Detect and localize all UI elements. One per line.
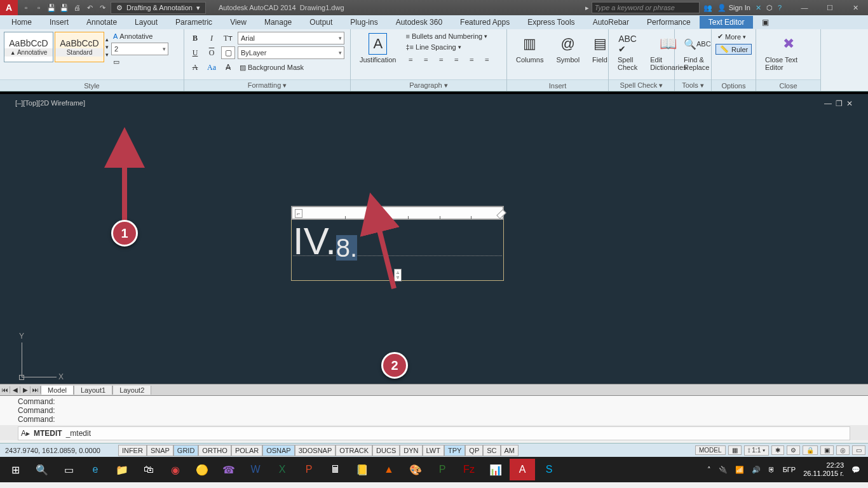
toggle-sc[interactable]: SC <box>483 445 500 456</box>
toggle-polar[interactable]: POLAR <box>231 445 262 456</box>
columns-button[interactable]: ▥Columns <box>511 32 548 65</box>
strike-button[interactable]: A <box>188 61 202 74</box>
tab-output[interactable]: Output <box>301 16 341 29</box>
tab-parametric[interactable]: Parametric <box>166 16 221 29</box>
drawing-area[interactable]: Properties Tool Palettes - All Palettes … <box>0 92 868 384</box>
vlc-icon[interactable]: ▲ <box>376 459 402 480</box>
more-dropdown[interactable]: ✔More▾ <box>715 32 752 41</box>
tab-home[interactable]: Home <box>3 16 41 29</box>
arrow-icon[interactable]: ▸ <box>583 4 592 12</box>
groove-icon[interactable]: ◉ <box>163 459 188 480</box>
underline-button[interactable]: U <box>188 46 202 59</box>
expand-icon[interactable]: ▾ <box>105 51 109 58</box>
filezilla-icon[interactable]: Fz <box>456 459 482 480</box>
system-tray[interactable]: ˄ 🔌 📶 🔊 ⛨ БГР 22:2326.11.2015 г. 💬 <box>707 461 865 478</box>
scroll-down-icon[interactable]: ▾ <box>105 44 109 50</box>
shield-icon[interactable]: ⛨ <box>768 466 775 473</box>
project-icon[interactable]: P <box>430 459 455 480</box>
viewport-label[interactable]: [–][Top][2D Wireframe] <box>13 98 855 108</box>
clear-button[interactable]: A̶ <box>221 61 235 74</box>
tab-model[interactable]: Model <box>41 386 74 395</box>
tab-layout1[interactable]: Layout1 <box>74 386 112 395</box>
tab-insert[interactable]: Insert <box>41 16 78 29</box>
tab-autodesk360[interactable]: Autodesk 360 <box>387 16 451 29</box>
toggle-am[interactable]: AM <box>501 445 519 456</box>
edge-icon[interactable]: e <box>83 459 108 480</box>
mask-button[interactable]: ▭ <box>111 57 168 67</box>
skype-icon[interactable]: S <box>536 459 562 480</box>
align-dist2-button[interactable]: ≡ <box>480 53 494 66</box>
toggle-grid[interactable]: GRID <box>173 445 199 456</box>
word-icon[interactable]: W <box>243 459 268 480</box>
clock[interactable]: 22:2326.11.2015 г. <box>803 461 844 478</box>
spellcheck-button[interactable]: ABC✔Spell Check <box>613 32 642 72</box>
tab-autorebar[interactable]: AutoRebar <box>584 16 638 29</box>
vp-restore-icon[interactable]: ❐ <box>836 99 843 108</box>
tab-view[interactable]: View <box>221 16 255 29</box>
viber-icon[interactable]: ☎ <box>216 459 241 480</box>
panel-title-spellcheck[interactable]: Spell Check ▾ <box>609 79 674 91</box>
tab-plugins[interactable]: Plug-ins <box>341 16 386 29</box>
bold-button[interactable]: B <box>188 32 202 44</box>
search-input[interactable]: Type a keyword or phrase <box>592 2 700 13</box>
tab-texteditor[interactable]: Text Editor <box>700 16 754 29</box>
model-space-toggle[interactable]: MODEL <box>695 445 726 455</box>
annotation-visibility-icon[interactable]: ✱ <box>771 445 784 455</box>
toolbar-lock-icon[interactable]: 🔒 <box>803 445 818 455</box>
toggle-snap[interactable]: SNAP <box>147 445 173 456</box>
explorer-icon[interactable]: 📁 <box>109 459 135 480</box>
hardware-accel-icon[interactable]: ▣ <box>820 445 834 455</box>
app-logo[interactable]: A <box>0 0 18 15</box>
toggle-infer[interactable]: INFER <box>118 445 147 456</box>
tab-first-icon[interactable]: ⏮ <box>0 386 10 393</box>
toggle-tpy[interactable]: TPY <box>444 445 465 456</box>
paint-icon[interactable]: 🎨 <box>403 459 428 480</box>
new-icon[interactable]: ▫ <box>20 2 32 13</box>
find-replace-button[interactable]: 🔍ABCFind & Replace <box>679 32 716 72</box>
color-dropdown[interactable]: ByLayer <box>238 46 344 59</box>
coordinates[interactable]: 2437.9740, 1612.0859, 0.0000 <box>0 447 105 454</box>
start-button[interactable]: ⊞ <box>3 459 28 480</box>
tab-performance[interactable]: Performance <box>638 16 700 29</box>
command-line[interactable]: A▸ MTEDIT_mtedit <box>18 426 850 440</box>
powerpoint-icon[interactable]: P <box>296 459 322 480</box>
bullets-dropdown[interactable]: ≡Bullets and Numbering▾ <box>403 32 494 41</box>
isolate-objects-icon[interactable]: ◎ <box>836 445 850 455</box>
font-dropdown[interactable]: Arial <box>238 32 344 44</box>
tab-expresstools[interactable]: Express Tools <box>519 16 583 29</box>
vp-close-icon[interactable]: ✕ <box>846 99 853 108</box>
tab-featuredapps[interactable]: Featured Apps <box>451 16 519 29</box>
panel-title-tools[interactable]: Tools ▾ <box>675 79 711 91</box>
align-justify-button[interactable]: ≡ <box>449 53 463 66</box>
online-icon[interactable]: ⬡ <box>766 4 773 12</box>
saveas-icon[interactable]: 💾 <box>58 2 70 13</box>
misc-icon[interactable]: 📊 <box>483 459 508 480</box>
chrome-icon[interactable]: 🟡 <box>189 459 215 480</box>
workspace-dropdown[interactable]: ⚙ Drafting & Annotation ▾ <box>111 2 206 14</box>
workspace-switch-icon[interactable]: ⚙ <box>787 445 800 455</box>
linespacing-dropdown[interactable]: ‡≡Line Spacing▾ <box>403 43 494 51</box>
grid-display-icon[interactable]: ▦ <box>728 445 742 455</box>
align-right-button[interactable]: ≡ <box>434 53 448 66</box>
wifi-icon[interactable]: 📶 <box>735 466 744 474</box>
notes-icon[interactable]: 📒 <box>349 459 375 480</box>
calculator-icon[interactable]: 🖩 <box>323 459 348 480</box>
undo-icon[interactable]: ↶ <box>84 2 95 13</box>
taskview-button[interactable]: ▭ <box>56 459 81 480</box>
minimize-button[interactable]: — <box>792 0 817 15</box>
maximize-button[interactable]: ☐ <box>817 0 843 15</box>
excel-icon[interactable]: X <box>269 459 295 480</box>
symbol-button[interactable]: @Symbol <box>551 32 585 65</box>
language-indicator[interactable]: БГР <box>783 466 796 473</box>
save-icon[interactable]: 💾 <box>46 2 57 13</box>
toggle-lwt[interactable]: LWT <box>423 445 444 456</box>
clean-screen-icon[interactable]: ▭ <box>852 445 865 455</box>
toggle-3dosnap[interactable]: 3DOSNAP <box>295 445 336 456</box>
infocenter-icon[interactable]: 👥 <box>703 4 712 12</box>
panel-title-formatting[interactable]: Formatting ▾ <box>184 79 350 91</box>
toggle-osnap[interactable]: OSNAP <box>262 445 295 456</box>
toggle-ortho[interactable]: ORTHO <box>198 445 231 456</box>
close-text-editor-button[interactable]: ✖Close Text Editor <box>760 32 817 72</box>
store-icon[interactable]: 🛍 <box>136 459 161 480</box>
panel-title-paragraph[interactable]: Paragraph ▾ <box>351 79 506 91</box>
